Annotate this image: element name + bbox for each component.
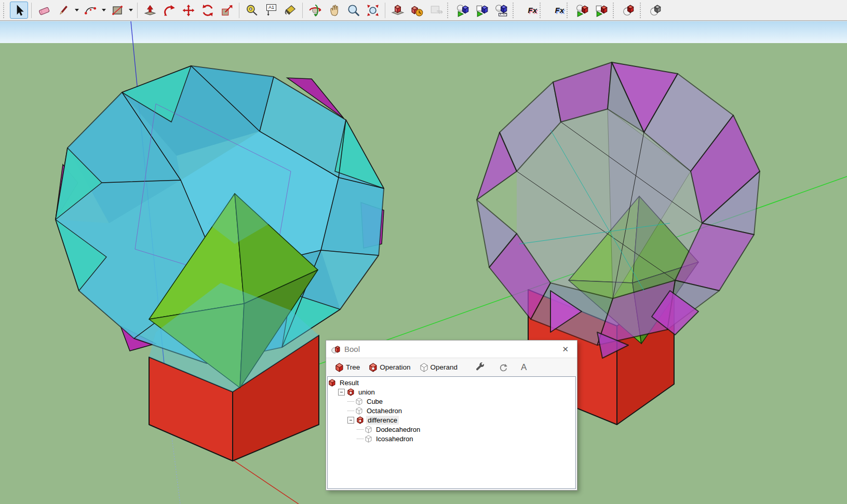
- tree-collapse-icon[interactable]: [338, 389, 345, 396]
- tree-connector: [357, 439, 364, 439]
- toolbar-separator: [302, 3, 303, 18]
- toolbar-button-zoom[interactable]: [344, 2, 362, 19]
- toolbar-button-bool-solid-red[interactable]: [620, 2, 638, 19]
- tree-item-result[interactable]: Result: [328, 378, 575, 387]
- toolbar-button-model-warehouse[interactable]: [408, 2, 426, 19]
- dialog-operand-button[interactable]: Operand: [415, 360, 463, 375]
- toolbar-button-paint-bucket[interactable]: [281, 2, 299, 19]
- toolbar-button-select[interactable]: [10, 2, 28, 19]
- refresh-icon: [498, 362, 508, 373]
- tree-item-cube[interactable]: Cube: [328, 397, 575, 406]
- model-warehouse-icon: [410, 4, 424, 17]
- chevron-down-icon: [102, 9, 106, 11]
- toolbar-button-model-info[interactable]: [388, 2, 407, 19]
- operation-cube-icon: [357, 416, 364, 424]
- toolbar-button-rotate[interactable]: [198, 2, 217, 19]
- toolbar-button-bool-solid-gray[interactable]: [647, 2, 665, 19]
- select-icon: [12, 4, 26, 17]
- toolbar-button-bool-union-blue[interactable]: [454, 2, 472, 19]
- sky: [0, 21, 847, 43]
- model-info-icon: [391, 4, 405, 17]
- operand-cube-icon: [356, 398, 362, 405]
- toolbar-button-move[interactable]: [179, 2, 197, 19]
- toolbar-drag-handle[interactable]: [540, 3, 544, 18]
- pushpull-icon: [143, 4, 157, 17]
- toolbar-drag-handle[interactable]: [613, 3, 617, 18]
- text-button-label: A: [521, 362, 527, 373]
- shape-icon: [111, 4, 124, 17]
- bool-tree-panel[interactable]: ResultunionCubeOctahedrondifferenceDodec…: [327, 376, 576, 489]
- toolbar-button-text[interactable]: A1: [262, 2, 280, 19]
- toolbar-button-line[interactable]: [54, 2, 72, 19]
- tree-item-difference[interactable]: difference: [328, 415, 575, 425]
- toolbar-button-pan[interactable]: [325, 2, 343, 19]
- bool-solid-red-icon: [622, 4, 636, 17]
- bool-dialog-toolbar: Tree Operation Operand: [326, 358, 577, 376]
- bool-edit-blue-icon: [495, 4, 508, 17]
- tape-measure-icon: [245, 4, 259, 17]
- dialog-text-button[interactable]: A: [516, 360, 531, 375]
- tree-item-label: Icosahedron: [374, 434, 415, 443]
- tree-item-label: Dodecahedron: [374, 425, 422, 434]
- toolbar-button-pushpull[interactable]: [141, 2, 159, 19]
- toolbar-button-scale[interactable]: [218, 2, 236, 19]
- export-icon: [429, 4, 443, 17]
- paint-bucket-icon: [284, 4, 297, 17]
- rotate-icon: [201, 4, 214, 17]
- bool-subtract-blue-icon: [476, 4, 489, 17]
- toolbar-button-followme[interactable]: [160, 2, 178, 19]
- toolbar-drag-handle[interactable]: [447, 3, 452, 18]
- tree-item-union[interactable]: union: [328, 387, 575, 397]
- scale-icon: [220, 4, 234, 17]
- tree-button-icon: [335, 363, 343, 372]
- toolbar-button-export[interactable]: [427, 2, 445, 19]
- tree-item-label: difference: [366, 416, 399, 425]
- tree-item-label: Octahedron: [365, 406, 404, 415]
- bool-union-red-icon: [576, 4, 589, 17]
- close-icon[interactable]: ✕: [559, 344, 572, 355]
- bool-dialog-titlebar[interactable]: Bool ✕: [326, 340, 577, 358]
- toolbar-button-shape[interactable]: [108, 2, 126, 19]
- dialog-refresh-button[interactable]: [493, 360, 513, 375]
- bool-dialog: Bool ✕ Tree Operation: [326, 340, 577, 491]
- toolbar-drag-handle[interactable]: [3, 3, 8, 18]
- arc-dropdown-button[interactable]: [100, 2, 107, 19]
- wrench-icon: [474, 362, 486, 373]
- toolbar-button-bool-edit-blue[interactable]: [492, 2, 510, 19]
- toolbar-button-arc[interactable]: [81, 2, 99, 19]
- toolbar-button-bool-subtract-red[interactable]: [593, 2, 611, 19]
- tree-connector: [357, 429, 364, 430]
- toolbar-drag-handle[interactable]: [567, 3, 571, 18]
- toolbar-button-fx-blue[interactable]: Fx: [546, 2, 564, 19]
- dialog-operation-button[interactable]: Operation: [365, 360, 415, 375]
- tree-item-icosahedron[interactable]: Icosahedron: [328, 434, 575, 443]
- dialog-tree-button[interactable]: Tree: [331, 360, 365, 375]
- operand-cube-icon: [365, 426, 372, 433]
- text-label: A1: [266, 4, 276, 11]
- zoom-icon: [347, 4, 360, 17]
- fx-red-icon: [520, 4, 528, 17]
- shape-dropdown-button[interactable]: [127, 2, 135, 19]
- bool-solid-gray-icon: [649, 4, 663, 17]
- toolbar-button-zoom-extents[interactable]: [364, 2, 382, 19]
- orbit-icon: [308, 4, 322, 17]
- toolbar-button-tape-measure[interactable]: [243, 2, 261, 19]
- operand-cube-icon: [365, 435, 372, 443]
- toolbar-drag-handle[interactable]: [640, 3, 644, 18]
- tree-item-octahedron[interactable]: Octahedron: [328, 406, 575, 415]
- operand-button-label: Operand: [431, 363, 458, 371]
- line-icon: [57, 4, 70, 17]
- dialog-settings-button[interactable]: [469, 360, 490, 375]
- zoom-extents-icon: [366, 4, 380, 17]
- tree-item-dodecahedron[interactable]: Dodecahedron: [328, 425, 575, 434]
- toolbar-button-bool-subtract-blue[interactable]: [473, 2, 491, 19]
- main-toolbar: A1FxFx: [0, 0, 847, 21]
- toolbar-drag-handle[interactable]: [513, 3, 517, 18]
- toolbar-button-fx-red[interactable]: Fx: [519, 2, 537, 19]
- toolbar-button-orbit[interactable]: [306, 2, 324, 19]
- toolbar-button-bool-union-red[interactable]: [573, 2, 591, 19]
- tree-collapse-icon[interactable]: [347, 417, 354, 424]
- move-icon: [182, 4, 195, 17]
- line-dropdown-button[interactable]: [73, 2, 80, 19]
- toolbar-button-eraser[interactable]: [35, 2, 53, 19]
